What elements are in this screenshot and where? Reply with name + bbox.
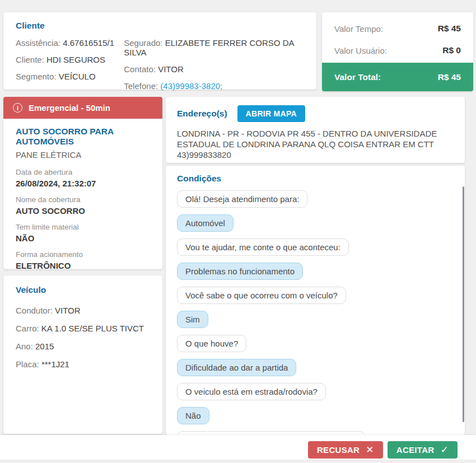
action-footer: RECUSAR ✕ ACEITAR ✓: [0, 435, 476, 460]
plate-field: Placa: ***1J21: [16, 359, 150, 369]
chat-bubble-bot: Você sabe o que ocorreu com o veículo?: [177, 287, 346, 304]
vehicle-fields: Condutor: VITOR Carro: KA 1.0 SE/SE PLUS…: [16, 306, 150, 369]
service-title: AUTO SOCORRO PARA AUTOMÓVEIS: [16, 127, 150, 147]
chat-scrollbar[interactable]: [463, 186, 464, 422]
segment-field: Segmento: VEÍCULO: [16, 72, 124, 81]
open-date-field: Data de abertura 26/08/2024, 21:32:07: [16, 168, 150, 188]
vehicle-card-title: Veículo: [16, 285, 150, 295]
trigger-mode-field: Forma acionamento ELETRÔNICO: [16, 250, 150, 270]
conditions-card: Condições Olá! Deseja atendimento para:A…: [166, 166, 465, 435]
chat-bubble-bot: O que houve?: [177, 335, 246, 352]
pricing-card: Valor Tempo: R$ 45 Valor Usuário: R$ 0 V…: [322, 12, 473, 91]
chat-bubble-bot: O veiculo está em estrada/rodovia?: [177, 383, 326, 400]
reject-button[interactable]: RECUSAR ✕: [308, 441, 383, 459]
price-row-time: Valor Tempo: R$ 45: [334, 24, 461, 34]
open-map-button[interactable]: ABRIR MAPA: [237, 105, 305, 122]
chat-bubble-user: Automóvel: [177, 214, 234, 232]
chat-bubble-user: Problemas no funcionamento: [177, 263, 303, 280]
car-field: Carro: KA 1.0 SE/SE PLUS TIVCT: [16, 324, 150, 333]
chat-bubble-bot: Vou te ajudar, me conte o que aconteceu:: [177, 238, 349, 256]
address-header: Endereço(s) ABRIR MAPA: [177, 105, 454, 122]
insured-field: Segurado: ELIZABETE FERRER CORSO DA SILV…: [124, 38, 304, 57]
chat-messages: Olá! Deseja atendimento para:AutomóvelVo…: [177, 190, 454, 424]
contact-field: Contato: VITOR: [124, 64, 304, 74]
chat-bubble-user: Sim: [177, 311, 208, 328]
price-total-bar: Valor Total: R$ 45: [322, 63, 473, 91]
client-card-title: Cliente: [16, 21, 304, 31]
close-icon: ✕: [366, 445, 374, 455]
material-limit-field: Tem limite material NÃO: [16, 223, 150, 243]
info-icon: i: [13, 103, 22, 113]
chat-bubble-user: Não: [177, 407, 209, 424]
driver-field: Condutor: VITOR: [16, 306, 150, 315]
chat-bubble-partial: [177, 431, 365, 435]
address-card: Endereço(s) ABRIR MAPA LONDRINA - PR - R…: [166, 97, 465, 163]
check-icon: ✓: [440, 445, 449, 455]
client-fields-right: Segurado: ELIZABETE FERRER CORSO DA SILV…: [124, 38, 304, 91]
conditions-title: Condições: [177, 174, 454, 184]
phone-field: Telefone: (43)99983-3820;: [124, 81, 304, 91]
client-field: Cliente: HDI SEGUROS: [16, 55, 124, 64]
address-title: Endereço(s): [177, 109, 227, 119]
client-fields-left: Assistência: 4.67616515/1 Cliente: HDI S…: [16, 38, 124, 91]
service-subtitle: PANE ELÉTRICA: [16, 150, 150, 160]
emergency-label: Emergencial - 50min: [29, 103, 110, 113]
year-field: Ano: 2015: [16, 342, 150, 351]
emergency-banner: i Emergencial - 50min: [3, 97, 162, 119]
client-card: Cliente Assistência: 4.67616515/1 Client…: [3, 12, 316, 90]
client-fields: Assistência: 4.67616515/1 Cliente: HDI S…: [16, 38, 304, 91]
chat-bubble-user: Dificuldade ao dar a partida: [177, 359, 296, 376]
assistance-field: Assistência: 4.67616515/1: [16, 38, 124, 48]
price-row-user: Valor Usuário: R$ 0: [334, 45, 461, 55]
chat-bubble-bot: Olá! Deseja atendimento para:: [177, 190, 307, 208]
assistance-dispatch-page: Cliente Assistência: 4.67616515/1 Client…: [0, 0, 476, 463]
accept-button[interactable]: ACEITAR ✓: [388, 441, 458, 459]
coverage-name-field: Nome da cobertura AUTO SOCORRO: [16, 195, 150, 216]
address-text: LONDRINA - PR - RODOVIA PR 455 - DENTRO …: [177, 128, 454, 160]
service-card: AUTO SOCORRO PARA AUTOMÓVEIS PANE ELÉTRI…: [3, 119, 162, 269]
vehicle-card: Veículo Condutor: VITOR Carro: KA 1.0 SE…: [3, 275, 162, 434]
phone-link[interactable]: (43)99983-3820;: [160, 81, 222, 91]
